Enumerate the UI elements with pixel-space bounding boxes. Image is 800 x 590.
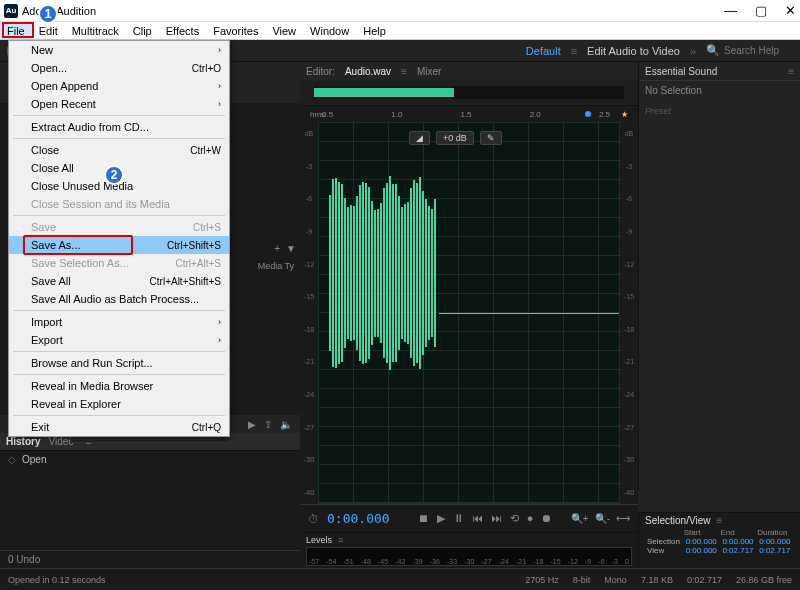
menu-item-close[interactable]: CloseCtrl+W: [9, 141, 229, 159]
transport-button-2[interactable]: ⏸: [453, 512, 464, 525]
search-icon: 🔍: [706, 44, 720, 57]
panel-menu-icon[interactable]: ≡: [716, 515, 722, 526]
filter-icon[interactable]: ▼: [286, 243, 296, 254]
editor-filename[interactable]: Audio.wav: [345, 66, 391, 77]
levels-label: Levels: [306, 535, 332, 545]
history-item-label: Open: [22, 454, 46, 465]
waveform: [329, 173, 439, 373]
file-menu-highlight-ring: [2, 22, 34, 38]
window-close-button[interactable]: ✕: [785, 3, 796, 18]
workspace-task[interactable]: Edit Audio to Video: [587, 45, 680, 57]
app-title: Adobe Audition: [22, 5, 724, 17]
menu-item-open[interactable]: Open...Ctrl+O: [9, 59, 229, 77]
menu-item-save-selection-as: Save Selection As...Ctrl+Alt+S: [9, 254, 229, 272]
menu-window[interactable]: Window: [303, 22, 356, 39]
transport-button-6[interactable]: ●: [527, 512, 534, 525]
add-icon[interactable]: +: [274, 243, 280, 254]
selection-end[interactable]: 0:00.000: [720, 537, 757, 546]
transport-button-7[interactable]: ⏺: [541, 512, 552, 525]
levels-meter[interactable]: -57-54-51-48-45-42-39-36-33-30-27-24-21-…: [306, 547, 632, 566]
menu-item-extract-audio-from-cd[interactable]: Extract Audio from CD...: [9, 118, 229, 136]
zoom-full-icon[interactable]: ⟷: [616, 513, 630, 524]
transport-button-3[interactable]: ⏮: [472, 512, 483, 525]
menu-item-save-all-audio-as-batch-process[interactable]: Save All Audio as Batch Process...: [9, 290, 229, 308]
view-end[interactable]: 0:02.717: [720, 546, 757, 555]
timecode-icon[interactable]: ⏱: [308, 513, 319, 525]
undo-count: 0 Undo: [0, 550, 300, 568]
time-tick: 1.0: [391, 110, 402, 119]
essential-sound-title: Essential Sound: [645, 66, 717, 77]
selection-duration[interactable]: 0:00.000: [757, 537, 794, 546]
view-duration[interactable]: 0:02.717: [757, 546, 794, 555]
transport-button-1[interactable]: ▶: [437, 512, 445, 525]
db-ruler-left: dB-3-6-9-12-15-18-21-24-27-30-40: [300, 122, 318, 504]
favorite-icon[interactable]: ★: [621, 110, 628, 119]
workspace-default[interactable]: Default: [526, 45, 561, 57]
status-segment: 8-bit: [573, 575, 591, 585]
transport-button-5[interactable]: ⟲: [510, 512, 519, 525]
levels-panel: Levels ≡ -57-54-51-48-45-42-39-36-33-30-…: [300, 532, 638, 568]
share-icon[interactable]: ⇪: [264, 419, 272, 430]
row-selection-label: Selection: [645, 537, 684, 546]
transport-button-4[interactable]: ⏭: [491, 512, 502, 525]
hamburger-icon[interactable]: ≡: [571, 45, 577, 57]
menu-item-exit[interactable]: ExitCtrl+Q: [9, 418, 229, 436]
menu-help[interactable]: Help: [356, 22, 393, 39]
status-segment: Mono: [604, 575, 627, 585]
editor-label: Editor:: [306, 66, 335, 77]
panel-menu-icon[interactable]: ≡: [401, 66, 407, 77]
selection-view-panel: Selection/View ≡ Start End Duration Sele…: [638, 512, 800, 568]
selection-view-title: Selection/View: [645, 515, 710, 526]
row-view-label: View: [645, 546, 684, 555]
mixer-tab[interactable]: Mixer: [417, 66, 441, 77]
zoom-out-icon[interactable]: 🔍-: [595, 513, 610, 524]
status-message: Opened in 0.12 seconds: [8, 575, 106, 585]
workspace-more-icon[interactable]: »: [690, 45, 696, 57]
col-end: End: [720, 528, 757, 537]
navigator[interactable]: [300, 80, 638, 106]
menu-clip[interactable]: Clip: [126, 22, 159, 39]
panel-menu-icon[interactable]: ≡: [788, 66, 794, 77]
transport-button-0[interactable]: ⏹: [418, 512, 429, 525]
menu-item-close-session-and-its-media: Close Session and its Media: [9, 195, 229, 213]
selection-start[interactable]: 0:00.000: [684, 537, 721, 546]
menu-item-new[interactable]: New›: [9, 41, 229, 59]
menu-favorites[interactable]: Favorites: [206, 22, 265, 39]
time-ruler[interactable]: hms 0.51.01.52.02.5 ★: [300, 106, 638, 122]
window-maximize-button[interactable]: ▢: [755, 3, 767, 18]
menu-item-reveal-in-media-browser[interactable]: Reveal in Media Browser: [9, 377, 229, 395]
zoom-in-icon[interactable]: 🔍+: [571, 513, 589, 524]
fade-in-icon[interactable]: ◢: [409, 131, 430, 145]
menu-effects[interactable]: Effects: [159, 22, 206, 39]
essential-sound-panel: Essential Sound ≡ No Selection Preset: [638, 62, 800, 490]
annotation-2: 2: [104, 165, 124, 185]
menu-edit[interactable]: Edit: [32, 22, 65, 39]
menu-view[interactable]: View: [265, 22, 303, 39]
menu-item-export[interactable]: Export›: [9, 331, 229, 349]
menu-item-save-all[interactable]: Save AllCtrl+Alt+Shift+S: [9, 272, 229, 290]
menu-item-browse-and-run-script[interactable]: Browse and Run Script...: [9, 354, 229, 372]
history-item[interactable]: ◇ Open: [0, 451, 300, 468]
edit-icon[interactable]: ✎: [480, 131, 502, 145]
play-icon[interactable]: ▶: [248, 419, 256, 430]
menu-item-reveal-in-explorer[interactable]: Reveal in Explorer: [9, 395, 229, 413]
window-minimize-button[interactable]: —: [724, 3, 737, 18]
menu-item-save-as[interactable]: Save As...Ctrl+Shift+S: [9, 236, 229, 254]
speaker-icon[interactable]: 🔈: [280, 419, 292, 430]
history-tab[interactable]: History: [6, 436, 40, 447]
menu-multitrack[interactable]: Multitrack: [65, 22, 126, 39]
status-segment: 2705 Hz: [525, 575, 559, 585]
menu-item-open-append[interactable]: Open Append›: [9, 77, 229, 95]
preset-label: Preset: [639, 100, 800, 122]
menu-item-open-recent[interactable]: Open Recent›: [9, 95, 229, 113]
app-icon: Au: [4, 4, 18, 18]
volume-readout[interactable]: +0 dB: [436, 131, 474, 145]
view-start[interactable]: 0:00.000: [684, 546, 721, 555]
panel-menu-icon[interactable]: ≡: [338, 535, 343, 545]
menu-item-save: SaveCtrl+S: [9, 218, 229, 236]
search-input[interactable]: [724, 45, 794, 56]
timecode[interactable]: 0:00.000: [327, 511, 390, 526]
status-bar: Opened in 0.12 seconds 2705 Hz8-bitMono7…: [0, 568, 800, 590]
menu-item-import[interactable]: Import›: [9, 313, 229, 331]
waveform-editor[interactable]: dB-3-6-9-12-15-18-21-24-27-30-40 ◢ +0 dB…: [300, 122, 638, 504]
